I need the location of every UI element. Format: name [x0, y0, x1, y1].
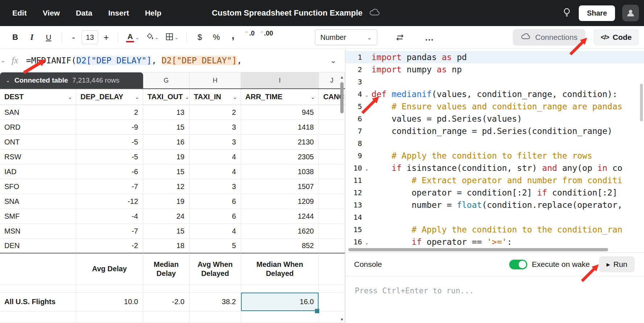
cell[interactable]: 1620 — [241, 224, 319, 239]
share-button[interactable]: Share — [579, 5, 615, 21]
cell[interactable]: 6 — [190, 194, 241, 209]
cell[interactable]: 15 — [143, 224, 190, 239]
code-text[interactable]: number = float(condition.replace(operato… — [371, 200, 622, 210]
scrollbar-thumb[interactable] — [340, 82, 344, 113]
cell[interactable]: 1244 — [241, 209, 319, 224]
column-letter-H[interactable]: H — [190, 72, 241, 88]
code-text[interactable]: # Apply the condition to filter the rows — [371, 151, 592, 160]
cell[interactable] — [76, 285, 143, 293]
summary-header-cell[interactable]: Median When Delayed — [241, 253, 319, 285]
column-header-arr_time[interactable]: ARR_TIME⌄ — [241, 89, 319, 105]
cell[interactable]: 1507 — [241, 179, 319, 194]
cell[interactable]: IAD — [0, 164, 76, 179]
cell[interactable]: 15 — [143, 120, 190, 135]
cell[interactable]: 12 — [143, 179, 190, 194]
cell[interactable]: -12 — [76, 194, 143, 209]
cell[interactable]: 2305 — [241, 150, 319, 164]
code-text[interactable]: def medianif(values, condition_range, co… — [371, 89, 618, 99]
cell[interactable]: -9 — [76, 120, 143, 135]
connections-button[interactable]: Connections — [513, 29, 586, 46]
summary-header-cell[interactable]: Avg When Delayed — [190, 253, 241, 285]
text-color-button[interactable]: A ⌄ — [124, 30, 141, 45]
chevron-down-icon[interactable]: ⌄ — [185, 94, 189, 100]
cell[interactable]: 4 — [190, 164, 241, 179]
connected-table-badge[interactable]: ⌄ Connected table 7,213,446 rows — [0, 72, 143, 88]
cell[interactable]: 4 — [190, 224, 241, 239]
cell[interactable]: 945 — [241, 105, 319, 120]
cell[interactable]: 3 — [190, 120, 241, 135]
cell[interactable]: 6 — [190, 209, 241, 224]
menu-data[interactable]: Data — [76, 9, 92, 17]
execute-on-wake-toggle[interactable] — [509, 260, 527, 269]
cell[interactable] — [190, 285, 241, 293]
cell[interactable]: ONT — [0, 135, 76, 150]
chevron-down-icon[interactable]: ⌄ — [233, 94, 237, 100]
bold-button[interactable]: B — [8, 30, 22, 45]
cell[interactable]: 2130 — [241, 135, 319, 150]
column-header-taxi_in[interactable]: TAXI_IN⌄ — [190, 89, 241, 105]
fold-chevron-icon[interactable]: ⌄ — [362, 238, 371, 246]
code-text[interactable]: import pandas as pd — [371, 53, 467, 62]
code-button[interactable]: </> Code — [593, 29, 639, 46]
cell[interactable]: -2.0 — [143, 293, 190, 311]
cell[interactable]: 1418 — [241, 120, 319, 135]
console-input[interactable]: Press Ctrl+Enter to run... — [345, 276, 644, 323]
more-options-button[interactable]: … — [422, 30, 437, 45]
menu-help[interactable]: Help — [145, 9, 162, 17]
cell[interactable]: 2 — [190, 105, 241, 120]
convert-format-icon[interactable] — [392, 30, 407, 45]
code-text[interactable]: # Apply the condition to the condition_r… — [371, 225, 622, 234]
formula-expand-chevron-icon[interactable]: ⌄ — [1, 57, 6, 64]
cell[interactable]: 13 — [143, 105, 190, 120]
chevron-down-icon[interactable]: ⌄ — [68, 94, 72, 100]
cell[interactable]: -7 — [76, 179, 143, 194]
cell[interactable] — [0, 285, 76, 293]
fold-chevron-icon[interactable]: ⌄ — [362, 164, 371, 172]
formula-input[interactable]: =MEDIANIF(D2["DEP_DELAY"], D2["DEP_DELAY… — [26, 56, 326, 65]
borders-button[interactable]: ⌄ — [163, 30, 180, 45]
scroll-down-icon[interactable]: ▼ — [340, 318, 344, 322]
fill-handle[interactable] — [315, 309, 319, 313]
cell[interactable]: -2 — [76, 239, 143, 253]
number-format-dropdown[interactable]: Number ⌄ — [315, 29, 377, 45]
cell[interactable]: MSN — [0, 224, 76, 239]
fill-color-button[interactable]: ⌄ — [144, 30, 161, 45]
code-text[interactable]: if isinstance(condition, str) and any(op… — [371, 163, 622, 173]
cell[interactable]: 16 — [143, 135, 190, 150]
cell[interactable]: 1209 — [241, 194, 319, 209]
cell[interactable]: 852 — [241, 239, 319, 253]
code-text[interactable]: if operator == '>=': — [371, 237, 512, 247]
font-size-input[interactable]: 13 — [82, 30, 98, 44]
cell[interactable]: RSW — [0, 150, 76, 164]
cell[interactable] — [190, 311, 241, 323]
menu-insert[interactable]: Insert — [108, 9, 129, 17]
summary-header-cell[interactable]: Avg Delay — [76, 253, 143, 285]
scroll-up-icon[interactable]: ▲ — [340, 75, 344, 79]
currency-format-button[interactable]: $ — [192, 30, 207, 45]
code-text[interactable]: condition_range = pd.Series(condition_ra… — [371, 126, 612, 136]
cell[interactable]: SAN — [0, 105, 76, 120]
column-letter-G[interactable]: G — [143, 72, 190, 88]
menu-edit[interactable]: Edit — [12, 9, 27, 17]
cell[interactable]: 5 — [190, 239, 241, 253]
vertical-scrollbar[interactable]: ▲ ▼ — [340, 75, 344, 322]
selected-cell[interactable]: 16.0 — [241, 293, 319, 311]
avatar[interactable] — [622, 5, 639, 21]
code-editor[interactable]: 1import pandas as pd2import numpy as np3… — [345, 49, 644, 252]
menu-view[interactable]: View — [43, 9, 60, 17]
column-header-dest[interactable]: DEST⌄ — [0, 89, 76, 105]
editor-vertical-scrollbar[interactable] — [640, 84, 643, 121]
summary-header-cell[interactable] — [0, 253, 76, 285]
code-text[interactable]: # Extract operator and number from condi… — [371, 176, 622, 185]
chevron-down-icon[interactable]: ⌄ — [330, 56, 336, 65]
cell[interactable] — [143, 285, 190, 293]
cell[interactable]: 38.2 — [190, 293, 241, 311]
cell[interactable]: 3 — [190, 179, 241, 194]
editor-horizontal-scrollbar[interactable] — [348, 248, 608, 251]
column-header-taxi_out[interactable]: TAXI_OUT⌄ — [143, 89, 190, 105]
cell[interactable] — [0, 311, 76, 323]
italic-button[interactable]: I — [25, 30, 39, 45]
code-text[interactable]: operator = condition[:2] if condition[:2… — [371, 188, 618, 197]
cell[interactable]: 24 — [143, 209, 190, 224]
cell[interactable]: -5 — [76, 150, 143, 164]
